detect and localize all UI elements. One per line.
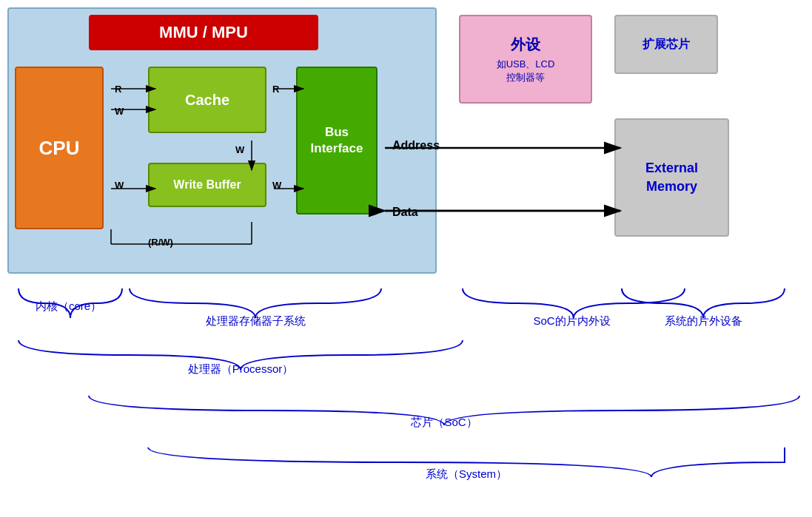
peripheral-title: 外设 bbox=[511, 35, 540, 55]
extchip-label: 扩展芯片 bbox=[642, 37, 690, 53]
ext-peripheral-label: 系统的片外设备 bbox=[618, 314, 788, 328]
w-label-cpu-writebuf: W bbox=[115, 180, 124, 191]
businterface-box: BusInterface bbox=[296, 67, 378, 214]
cpu-label: CPU bbox=[39, 137, 80, 160]
writebuffer-label: Write Buffer bbox=[173, 178, 241, 192]
memory-subsystem-label: 处理器存储器子系统 bbox=[130, 314, 381, 328]
address-label: Address bbox=[392, 139, 440, 152]
cache-label: Cache bbox=[185, 92, 229, 109]
writebuffer-box: Write Buffer bbox=[148, 163, 266, 207]
extmem-box: ExternalMemory bbox=[614, 118, 729, 237]
businterface-label: BusInterface bbox=[311, 124, 363, 157]
cpu-box: CPU bbox=[15, 67, 104, 229]
w-label-cache-down: W bbox=[235, 144, 244, 155]
data-label: Data bbox=[392, 206, 418, 219]
processor-label: 处理器（Processor） bbox=[19, 362, 463, 376]
peripheral-subtitle: 如USB、LCD控制器等 bbox=[497, 58, 555, 84]
mmu-bar: MMU / MPU bbox=[89, 15, 318, 50]
cache-box: Cache bbox=[148, 67, 266, 133]
rw-label-bottom: (R/W) bbox=[148, 237, 173, 248]
system-label: 系统（System） bbox=[148, 467, 785, 481]
chip-soc-label: 芯片（SoC） bbox=[89, 416, 799, 430]
mmu-label: MMU / MPU bbox=[159, 23, 248, 42]
extmem-label: ExternalMemory bbox=[645, 159, 698, 196]
w-label-writebuf-busif: W bbox=[272, 180, 281, 191]
r-label-cache-busif: R bbox=[272, 84, 279, 95]
extchip-box: 扩展芯片 bbox=[614, 15, 718, 74]
peripheral-box: 外设 如USB、LCD控制器等 bbox=[459, 15, 592, 104]
core-label: 内核（core） bbox=[15, 300, 122, 314]
w-label-cpu-cache: W bbox=[115, 106, 124, 117]
r-label-cpu-cache-top: R bbox=[115, 84, 121, 95]
